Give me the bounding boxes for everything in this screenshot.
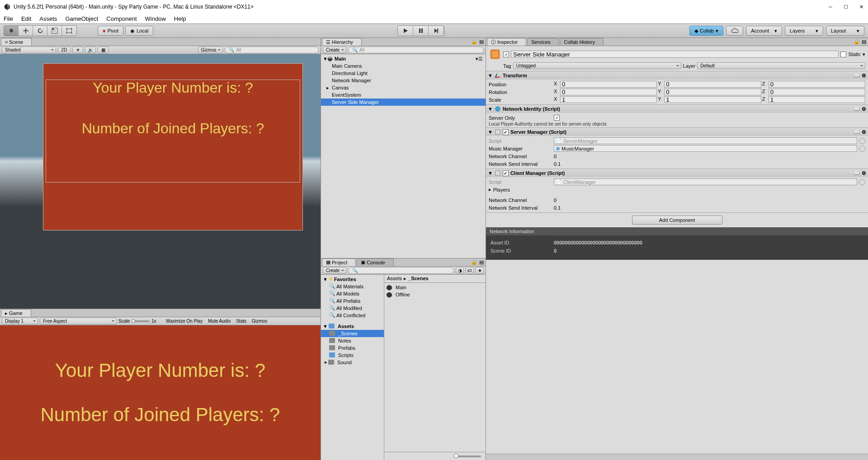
layout-button[interactable]: Layout▾ — [826, 26, 864, 36]
project-zoom-slider[interactable] — [454, 455, 481, 457]
client-manager-header[interactable]: ▼ Client Manager (Script) 📖⚙ — [486, 169, 868, 177]
project-asset-item[interactable]: Main — [384, 284, 486, 291]
menu-window[interactable]: Window — [145, 15, 166, 22]
scene-search-input[interactable]: 🔍All — [225, 47, 319, 53]
music-manager-field[interactable]: ▣MusicManager — [554, 145, 857, 152]
step-button[interactable] — [429, 26, 444, 36]
project-favorite-item[interactable]: 🔍All Modified — [321, 305, 384, 312]
add-component-button[interactable]: Add Component — [632, 216, 722, 225]
hierarchy-item[interactable]: EventSystem — [321, 91, 486, 99]
transform-component-header[interactable]: ▼ Transform 📖 ⚙ — [486, 71, 868, 80]
component-gear-icon[interactable]: ⚙ — [862, 73, 866, 79]
gizmos-dropdown[interactable]: Gizmos — [198, 47, 223, 53]
project-folder-item[interactable]: _Scenes — [321, 330, 384, 337]
project-favorites-header[interactable]: ▼★Favorites — [321, 276, 384, 283]
hierarchy-menu-icon[interactable]: ▤ — [479, 39, 484, 45]
hierarchy-item[interactable]: Main Camera — [321, 62, 486, 70]
server-manager-header[interactable]: ▼ Server Manager (Script) 📖⚙ — [486, 128, 868, 136]
tab-inspector[interactable]: ⓘInspector — [487, 38, 526, 46]
component-help-icon[interactable]: 📖 — [854, 73, 860, 79]
pivot-toggle-button[interactable]: ■Pivot — [98, 26, 123, 36]
client-manager-enabled-checkbox[interactable] — [503, 170, 509, 176]
scene-viewport[interactable]: Your Player Number is: ? Number of Joine… — [0, 54, 321, 309]
tab-hierarchy[interactable]: ☰ Hierarchy — [322, 38, 362, 46]
scale-y-field[interactable] — [664, 96, 761, 103]
save-search-button[interactable]: ★ — [476, 267, 484, 274]
display-dropdown[interactable]: Display 1 — [2, 318, 38, 324]
component-gear-icon[interactable]: ⚙ — [862, 106, 866, 112]
play-button[interactable] — [398, 26, 413, 36]
project-folder-item[interactable]: Prefabs — [321, 344, 384, 352]
project-assets-header[interactable]: ▼ Assets — [321, 323, 384, 330]
server-only-checkbox[interactable] — [554, 115, 560, 121]
hierarchy-item-selected[interactable]: Server Side Manager — [321, 99, 486, 106]
rotation-y-field[interactable] — [664, 89, 761, 95]
tab-collab-history[interactable]: Collab History — [560, 38, 603, 46]
project-asset-item[interactable]: Offline — [384, 291, 486, 298]
mute-audio-toggle[interactable]: Mute Audio — [206, 319, 232, 324]
script-field[interactable]: 📄ServerManager — [554, 137, 857, 144]
hierarchy-scene-root[interactable]: ▼ Main ▾☰ — [321, 55, 486, 62]
local-toggle-button[interactable]: ◉Local — [125, 26, 153, 36]
search-by-label-button[interactable]: 🏷 — [466, 267, 474, 274]
rotation-z-field[interactable] — [769, 89, 865, 95]
gameobject-active-checkbox[interactable] — [503, 52, 509, 57]
object-picker-icon[interactable] — [859, 138, 865, 144]
scale-z-field[interactable] — [769, 96, 865, 103]
2d-toggle-button[interactable]: 2D — [58, 47, 71, 53]
component-help-icon[interactable]: 📖 — [854, 129, 860, 135]
project-create-dropdown[interactable]: Create — [323, 267, 346, 274]
fx-toggle-button[interactable]: ▦ — [98, 47, 108, 53]
maximize-on-play-toggle[interactable]: Maximize On Play — [165, 319, 205, 324]
project-folder-item[interactable]: Notes — [321, 337, 384, 344]
project-lock-icon[interactable]: 🔒 — [471, 259, 477, 265]
cloud-button[interactable] — [726, 26, 743, 36]
static-checkbox[interactable] — [840, 52, 846, 57]
pause-button[interactable] — [413, 26, 429, 36]
object-picker-icon[interactable] — [859, 146, 865, 152]
move-tool-button[interactable] — [19, 26, 33, 36]
project-favorite-item[interactable]: 🔍All Prefabs — [321, 297, 384, 305]
menu-assets[interactable]: Assets — [39, 15, 57, 22]
project-favorite-item[interactable]: 🔍All Conflicted — [321, 312, 384, 319]
static-dropdown-icon[interactable]: ▾ — [863, 52, 865, 57]
lighting-toggle-button[interactable]: ☀ — [72, 47, 83, 53]
script-field[interactable]: 📄ClientManager — [554, 178, 857, 185]
menu-component[interactable]: Component — [106, 15, 137, 22]
component-gear-icon[interactable]: ⚙ — [862, 170, 866, 176]
position-y-field[interactable] — [664, 81, 761, 88]
tab-project[interactable]: ▦ Project — [322, 258, 356, 266]
project-folder-item[interactable]: Scripts — [321, 352, 384, 359]
hierarchy-item[interactable]: ▸Canvas — [321, 84, 486, 91]
tab-scene[interactable]: ⌗ Scene — [1, 38, 32, 46]
object-picker-icon[interactable] — [859, 179, 865, 185]
network-identity-header[interactable]: ▼ Network Identity (Script) 📖⚙ — [486, 105, 868, 113]
game-gizmos-toggle[interactable]: Gizmos — [250, 319, 269, 324]
account-button[interactable]: Account▾ — [746, 26, 782, 36]
aspect-dropdown[interactable]: Free Aspect — [40, 318, 117, 324]
hierarchy-item[interactable]: Network Manager — [321, 77, 486, 84]
project-favorite-item[interactable]: 🔍All Materials — [321, 283, 384, 290]
tag-dropdown[interactable]: Untagged — [513, 62, 681, 69]
hierarchy-item[interactable]: Directional Light — [321, 70, 486, 77]
inspector-lock-icon[interactable]: 🔒 — [854, 39, 860, 45]
gameobject-name-field[interactable] — [511, 51, 839, 58]
scale-slider[interactable] — [132, 320, 150, 322]
search-by-type-button[interactable]: ◑ — [456, 267, 464, 274]
scale-tool-button[interactable] — [47, 26, 62, 36]
menu-edit[interactable]: Edit — [21, 15, 31, 22]
project-breadcrumb[interactable]: Assets▸_Scenes — [384, 275, 486, 283]
layer-dropdown[interactable]: Default — [697, 62, 865, 69]
layers-button[interactable]: Layers▾ — [785, 26, 823, 36]
project-menu-icon[interactable]: ▤ — [479, 259, 484, 265]
inspector-menu-icon[interactable]: ▤ — [862, 39, 866, 45]
inspector-horizontal-scrollbar[interactable] — [486, 454, 868, 460]
hierarchy-create-dropdown[interactable]: Create — [323, 47, 346, 53]
rect-tool-button[interactable] — [62, 26, 76, 36]
hierarchy-lock-icon[interactable]: 🔒 — [471, 39, 477, 45]
stats-toggle[interactable]: Stats — [234, 319, 248, 324]
component-help-icon[interactable]: 📖 — [854, 106, 860, 112]
project-folder-item[interactable]: ▸ Sound — [321, 359, 384, 366]
hand-tool-button[interactable] — [4, 26, 19, 36]
rotate-tool-button[interactable] — [33, 26, 47, 36]
